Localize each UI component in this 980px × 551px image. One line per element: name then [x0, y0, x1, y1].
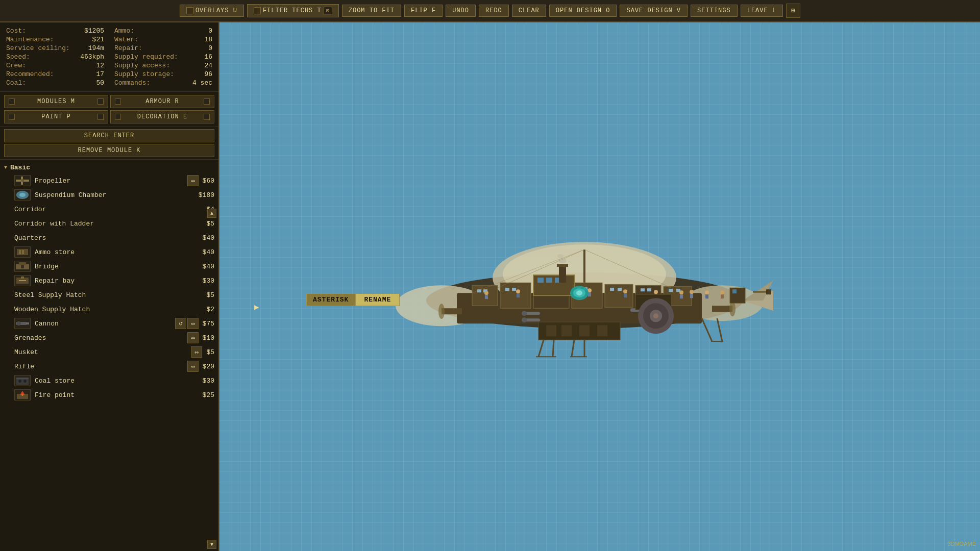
flip-button[interactable]: Flip F [404, 5, 443, 17]
svg-rect-119 [732, 289, 737, 293]
svg-point-15 [17, 321, 21, 325]
cannon-rotate-btn[interactable]: ↺ [175, 318, 186, 329]
svg-rect-118 [730, 288, 745, 303]
svg-rect-121 [766, 289, 771, 294]
list-item[interactable]: Grenades ⇔ $10 [0, 331, 218, 345]
category-basic[interactable]: ▼ Basic [0, 162, 218, 173]
scroll-down-button[interactable]: ▼ [207, 540, 216, 549]
overlays-button[interactable]: Overlays U [180, 5, 244, 17]
save-design-button[interactable]: Save design V [620, 5, 688, 17]
rename-button[interactable]: Rename [355, 293, 400, 306]
svg-rect-10 [21, 265, 24, 268]
list-item[interactable]: Bridge $40 [0, 259, 218, 273]
scroll-up-button[interactable]: ▲ [207, 209, 216, 218]
coal-store-icon [14, 375, 31, 386]
tab-modules[interactable]: Modules M [4, 95, 108, 108]
stat-service-ceiling: Service ceiling: 194m [6, 44, 104, 53]
list-item[interactable]: Rifle ⇔ $20 [0, 359, 218, 373]
svg-rect-6 [19, 250, 21, 254]
undo-button[interactable]: Undo [446, 5, 476, 17]
stat-repair: Repair: 0 [114, 44, 212, 53]
filter-techs-checkbox [254, 7, 261, 14]
grenades-flip-btn[interactable]: ⇔ [187, 332, 199, 343]
svg-rect-109 [557, 264, 568, 267]
list-item[interactable]: Corridor with Ladder $5 [0, 216, 218, 231]
svg-point-111 [557, 254, 564, 258]
search-button[interactable]: Search ENTER [4, 129, 214, 142]
list-item[interactable]: Suspendium Chamber $180 [0, 188, 218, 202]
open-design-button[interactable]: Open design O [549, 5, 617, 17]
svg-line-102 [572, 340, 574, 357]
clear-button[interactable]: Clear [512, 5, 546, 17]
list-item[interactable]: Quarters $40 [0, 231, 218, 245]
stat-supply-storage: Supply storage: 96 [114, 70, 212, 79]
stat-water: Water: 18 [114, 35, 212, 44]
svg-point-2 [21, 179, 24, 182]
list-item[interactable]: Wooden Supply Hatch $2 [0, 302, 218, 316]
stat-supply-required: Supply required: 16 [114, 53, 212, 61]
svg-point-56 [516, 289, 520, 293]
remove-module-button[interactable]: Remove module K [4, 144, 214, 157]
ship-visualization [396, 198, 773, 394]
svg-rect-108 [559, 265, 566, 283]
svg-point-66 [679, 290, 683, 294]
list-item[interactable]: Fire point $25 [0, 388, 218, 402]
tab-decoration[interactable]: Decoration E [110, 110, 214, 123]
svg-line-99 [538, 340, 544, 357]
asterisk-label: Asterisk [306, 293, 355, 306]
list-item[interactable]: Coal store $30 [0, 373, 218, 388]
zoom-fit-button[interactable]: Zoom to fit [342, 5, 401, 17]
collapse-arrow-icon: ▼ [4, 165, 7, 170]
stats-left: Cost: $1205 Maintenance: $21 Service cei… [6, 27, 104, 87]
extra-icon[interactable]: ⊞ [786, 4, 800, 18]
design-canvas[interactable]: Asterisk Rename ▶ 3DMGAME [219, 22, 980, 551]
tab-armour[interactable]: Armour R [110, 95, 214, 108]
svg-point-76 [438, 304, 445, 319]
stat-speed: Speed: 463kph [6, 53, 104, 61]
rifle-flip-btn[interactable]: ⇔ [187, 361, 199, 372]
stat-recommended: Recommended: 17 [6, 70, 104, 79]
svg-rect-67 [680, 294, 683, 298]
svg-rect-9 [19, 262, 26, 265]
mouse-cursor: ▶ [254, 302, 259, 312]
stat-coal: Coal: 50 [6, 79, 104, 87]
tab-paint[interactable]: Paint P [4, 110, 108, 123]
stat-maintenance: Maintenance: $21 [6, 35, 104, 44]
list-item[interactable]: Propeller ⇔ $60 [0, 173, 218, 188]
svg-line-100 [553, 340, 554, 357]
musket-flip-btn[interactable]: ⇔ [191, 346, 202, 358]
svg-rect-113 [690, 294, 693, 298]
category-tabs: Modules M Armour R Paint P Decoration E [0, 92, 218, 127]
svg-rect-37 [605, 284, 633, 307]
module-list: ▼ Basic Propeller ⇔ $60 [0, 160, 218, 551]
stat-supply-access: Supply access: 24 [114, 61, 212, 70]
svg-point-95 [653, 313, 658, 318]
filter-techs-button[interactable]: Filter Techs T ⊠ [247, 4, 339, 17]
svg-line-96 [702, 318, 712, 341]
musket-buttons: ⇔ [191, 346, 202, 358]
svg-rect-48 [610, 288, 614, 291]
leave-button[interactable]: Leave L [741, 5, 783, 17]
list-item[interactable]: Cannon ↺ ⇔ $75 [0, 316, 218, 331]
svg-point-110 [558, 258, 567, 263]
svg-rect-42 [505, 288, 509, 291]
svg-rect-12 [21, 277, 24, 279]
list-item[interactable]: Musket ⇔ $5 [0, 345, 218, 359]
list-item[interactable]: Corridor $4 [0, 202, 218, 216]
rifle-buttons: ⇔ [187, 361, 199, 372]
rename-dialog: Asterisk Rename [306, 293, 400, 306]
cannon-flip-btn[interactable]: ⇔ [187, 318, 199, 329]
propeller-flip-btn[interactable]: ⇔ [187, 175, 199, 186]
settings-button[interactable]: Settings [691, 5, 738, 17]
svg-rect-70 [546, 278, 552, 283]
list-item[interactable]: Steel Supply Hatch $5 [0, 288, 218, 302]
svg-rect-51 [647, 288, 651, 291]
list-item[interactable]: Repair bay $30 [0, 273, 218, 288]
svg-rect-16 [26, 322, 29, 324]
fire-point-icon [14, 389, 31, 400]
svg-rect-20 [16, 378, 29, 379]
svg-rect-63 [624, 293, 627, 297]
svg-point-86 [522, 311, 527, 316]
redo-button[interactable]: Redo [479, 5, 509, 17]
list-item[interactable]: Ammo store $40 [0, 245, 218, 259]
